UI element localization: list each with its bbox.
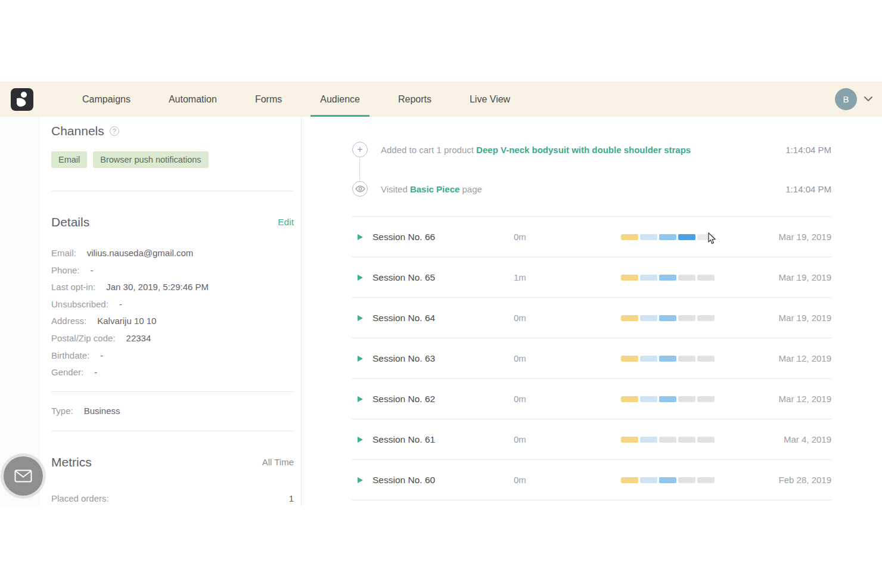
event-text-prefix: Visited bbox=[381, 184, 410, 194]
session-activity-bars bbox=[621, 396, 716, 402]
event-text-prefix: Added to cart 1 product bbox=[381, 145, 476, 155]
field-value: - bbox=[94, 364, 97, 381]
details-title: Details bbox=[51, 215, 89, 229]
activity-segment bbox=[678, 396, 695, 402]
eye-icon bbox=[352, 181, 368, 197]
session-date: Mar 19, 2019 bbox=[779, 272, 831, 282]
activity-segment bbox=[697, 356, 715, 362]
session-row-61[interactable]: Session No. 61 0m Mar 4, 2019 bbox=[352, 419, 831, 459]
activity-segment bbox=[621, 234, 638, 240]
edit-details-link[interactable]: Edit bbox=[278, 217, 294, 228]
session-row-66[interactable]: Session No. 66 0m Mar 19, 2019 bbox=[352, 216, 831, 257]
product-link[interactable]: Deep V-neck bodysuit with double shoulde… bbox=[476, 145, 691, 155]
activity-segment bbox=[621, 356, 638, 362]
page-link[interactable]: Basic Piece bbox=[410, 184, 459, 194]
play-icon bbox=[358, 275, 363, 281]
timeline-connector bbox=[359, 158, 360, 180]
activity-segment bbox=[678, 477, 695, 483]
session-duration: 0m bbox=[514, 232, 621, 242]
event-text-suffix: page bbox=[459, 184, 482, 194]
field-label: Postal/Zip code: bbox=[51, 330, 116, 347]
field-value: - bbox=[91, 262, 94, 279]
type-row: Type: Business bbox=[51, 403, 294, 419]
session-row-65[interactable]: Session No. 65 1m Mar 19, 2019 bbox=[352, 257, 831, 297]
details-fields: Email: vilius.nauseda@gmail.com Phone: -… bbox=[51, 245, 294, 381]
field-email: Email: vilius.nauseda@gmail.com bbox=[51, 245, 294, 262]
play-icon bbox=[358, 477, 363, 483]
plus-glyph: + bbox=[357, 144, 363, 154]
activity-segment bbox=[621, 396, 638, 402]
activity-segment bbox=[697, 396, 715, 402]
activity-segment bbox=[621, 437, 638, 443]
session-duration: 0m bbox=[514, 434, 621, 444]
type-value: Business bbox=[84, 403, 120, 419]
field-value: Kalvariju 10 10 bbox=[97, 313, 156, 330]
session-name: Session No. 64 bbox=[372, 313, 514, 323]
chevron-down-icon[interactable] bbox=[864, 97, 872, 102]
session-row-63[interactable]: Session No. 63 0m Mar 12, 2019 bbox=[352, 338, 831, 378]
app-logo[interactable] bbox=[11, 88, 33, 111]
nav-campaigns[interactable]: Campaigns bbox=[63, 82, 150, 117]
session-row-60[interactable]: Session No. 60 0m Feb 28, 2019 bbox=[352, 459, 831, 500]
activity-segment bbox=[697, 315, 715, 321]
plus-circle-icon: + bbox=[352, 142, 368, 157]
logo-icon bbox=[15, 91, 29, 108]
activity-segment bbox=[640, 477, 657, 483]
activity-segment bbox=[678, 437, 695, 443]
channel-tags: Email Browser push notifications bbox=[51, 151, 294, 168]
play-icon bbox=[358, 396, 363, 402]
field-unsubscribed: Unsubscribed: - bbox=[51, 296, 294, 313]
activity-segment bbox=[659, 477, 676, 483]
session-date: Feb 28, 2019 bbox=[779, 475, 831, 485]
left-gutter bbox=[0, 117, 39, 506]
activity-segment bbox=[640, 437, 657, 443]
session-date: Mar 12, 2019 bbox=[779, 353, 831, 363]
field-address: Address: Kalvariju 10 10 bbox=[51, 313, 294, 330]
metrics-range-label: All Time bbox=[262, 457, 294, 467]
session-activity-bars bbox=[621, 234, 716, 240]
timeline-icon-col bbox=[352, 181, 368, 197]
nav-reports[interactable]: Reports bbox=[379, 82, 451, 117]
activity-segment bbox=[621, 315, 638, 321]
timeline-icon-col: + bbox=[352, 142, 368, 157]
session-row-64[interactable]: Session No. 64 0m Mar 19, 2019 bbox=[352, 297, 831, 338]
session-name: Session No. 61 bbox=[372, 434, 514, 445]
nav-live-view[interactable]: Live View bbox=[451, 82, 529, 117]
field-gender: Gender: - bbox=[51, 364, 294, 381]
user-avatar[interactable]: B bbox=[835, 88, 857, 110]
field-value: Jan 30, 2019, 5:29:46 PM bbox=[106, 279, 209, 296]
chat-widget-button[interactable] bbox=[4, 456, 43, 496]
field-label: Birthdate: bbox=[51, 347, 89, 365]
activity-segment bbox=[678, 275, 695, 281]
metrics-title: Metrics bbox=[51, 455, 92, 469]
nav-automation[interactable]: Automation bbox=[150, 82, 236, 117]
session-row-62[interactable]: Session No. 62 0m Mar 12, 2019 bbox=[352, 378, 831, 419]
activity-segment bbox=[697, 477, 715, 483]
help-icon[interactable]: ? bbox=[110, 126, 119, 136]
type-label: Type: bbox=[51, 403, 73, 419]
field-birthdate: Birthdate: - bbox=[51, 347, 294, 365]
field-postal-code: Postal/Zip code: 22334 bbox=[51, 330, 294, 347]
nav-forms[interactable]: Forms bbox=[236, 82, 301, 117]
session-activity-bars bbox=[621, 437, 716, 443]
divider bbox=[51, 191, 294, 191]
timeline-event-text: Added to cart 1 product Deep V-neck body… bbox=[381, 145, 691, 155]
field-label: Email: bbox=[51, 245, 76, 262]
nav-audience[interactable]: Audience bbox=[301, 82, 379, 117]
session-name: Session No. 60 bbox=[372, 475, 514, 486]
session-duration: 0m bbox=[514, 353, 621, 363]
session-activity-bars bbox=[621, 315, 716, 321]
header-right: B bbox=[835, 88, 872, 110]
activity-segment bbox=[659, 315, 676, 321]
channels-section-head: Channels ? bbox=[51, 124, 294, 138]
session-date: Mar 19, 2019 bbox=[779, 232, 831, 242]
activity-segment bbox=[659, 234, 676, 240]
field-value: 22334 bbox=[126, 330, 151, 347]
activity-segment bbox=[659, 437, 676, 443]
activity-segment bbox=[678, 234, 695, 240]
activity-segment bbox=[659, 356, 676, 362]
activity-segment bbox=[640, 356, 657, 362]
session-name: Session No. 62 bbox=[372, 394, 514, 405]
channel-tag-email: Email bbox=[51, 151, 87, 168]
activity-segment bbox=[640, 275, 657, 281]
